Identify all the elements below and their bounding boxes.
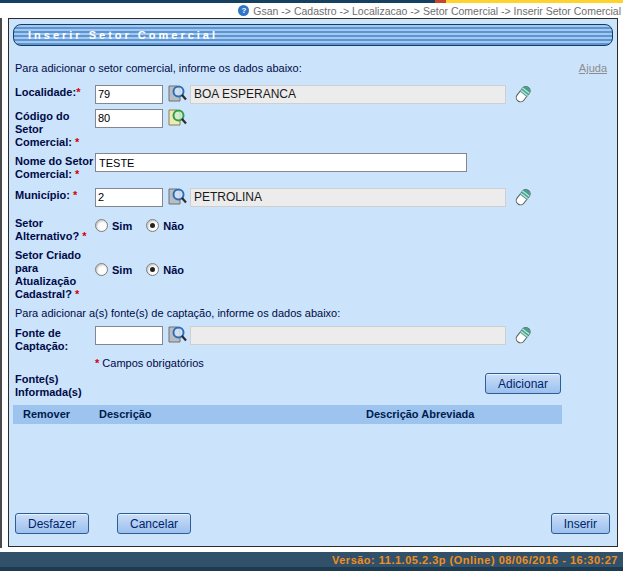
column-header-descricao-abreviada: Descrição Abreviada [356, 408, 562, 420]
version-text: Versão: 11.1.05.2.3p (Online) 08/06/2016… [332, 554, 618, 566]
setor-criado-sim-radio[interactable] [95, 263, 108, 276]
radio-label-sim: Sim [112, 264, 132, 276]
column-header-remover: Remover [13, 408, 89, 420]
breadcrumb[interactable]: ? Gsan -> Cadastro -> Localizacao -> Set… [0, 3, 623, 18]
breadcrumb-text[interactable]: Gsan -> Cadastro -> Localizacao -> Setor… [253, 5, 621, 17]
setor-alternativo-label: Setor Alternativo? * [15, 213, 95, 243]
required-asterisk: * [95, 357, 99, 369]
intro-text: Para adicionar o setor comercial, inform… [15, 62, 302, 74]
frame-border-left [0, 18, 2, 548]
search-icon[interactable] [167, 325, 188, 345]
fontes-table: Remover Descrição Descrição Abreviada [13, 405, 562, 504]
radio-label-sim: Sim [112, 220, 132, 232]
municipio-label: Município: * [15, 185, 95, 202]
search-icon[interactable] [167, 187, 188, 207]
localidade-code-input[interactable] [95, 85, 163, 104]
banner-yellow-segment [446, 0, 623, 3]
codigo-setor-label: Código do Setor Comercial: * [15, 106, 95, 149]
row-fonte-captacao: Fonte de Captação: [15, 323, 609, 353]
radio-label-nao: Não [163, 220, 184, 232]
eraser-icon[interactable] [513, 325, 533, 345]
cancelar-button[interactable]: Cancelar [117, 513, 191, 534]
row-nome-setor: Nome do Setor Comercial: * [15, 151, 609, 181]
fonte-captacao-descricao-field [190, 326, 506, 345]
setor-criado-nao-radio[interactable] [146, 263, 159, 276]
fonte-section-intro: Para adicionar a(s) fonte(s) de captação… [15, 307, 609, 319]
row-setor-alternativo: Setor Alternativo? * Sim Não [15, 213, 609, 243]
required-asterisk: * [75, 136, 79, 148]
codigo-setor-input[interactable] [95, 109, 163, 128]
nome-setor-input[interactable] [95, 153, 467, 172]
eraser-icon[interactable] [513, 187, 533, 207]
localidade-label: Localidade:* [15, 82, 95, 99]
fontes-informadas-label: Fonte(s) Informada(s) [15, 373, 95, 399]
nome-setor-label: Nome do Setor Comercial: * [15, 151, 95, 181]
required-asterisk: * [82, 230, 86, 242]
campos-obrigatorios-note: * Campos obrigatórios [95, 357, 609, 369]
required-asterisk: * [75, 288, 79, 300]
search-icon[interactable] [167, 84, 188, 104]
setor-criado-label: Setor Criado para Atualização Cadastral?… [15, 245, 95, 301]
required-asterisk: * [73, 189, 77, 201]
row-setor-criado: Setor Criado para Atualização Cadastral?… [15, 245, 609, 301]
adicionar-button[interactable]: Adicionar [485, 373, 561, 394]
fonte-captacao-label: Fonte de Captação: [15, 323, 95, 353]
version-status-bar: Versão: 11.1.05.2.3p (Online) 08/06/2016… [0, 552, 623, 571]
desfazer-button[interactable]: Desfazer [15, 513, 89, 534]
required-asterisk: * [76, 86, 80, 98]
page-title: Inserir Setor Comercial [13, 24, 613, 46]
radio-label-nao: Não [163, 264, 184, 276]
help-icon[interactable]: ? [238, 5, 249, 16]
top-banner-strip [0, 0, 623, 3]
municipio-code-input[interactable] [95, 188, 163, 207]
setor-alternativo-sim-radio[interactable] [95, 219, 108, 232]
fonte-captacao-code-input[interactable] [95, 326, 163, 345]
required-asterisk: * [75, 168, 79, 180]
localidade-descricao-field: BOA ESPERANCA [190, 85, 506, 104]
eraser-icon[interactable] [513, 84, 533, 104]
row-municipio: Município: * PETROLINA [15, 185, 609, 207]
inserir-button[interactable]: Inserir [551, 513, 610, 534]
ajuda-link[interactable]: Ajuda [579, 62, 607, 74]
municipio-descricao-field: PETROLINA [190, 188, 506, 207]
fontes-table-header: Remover Descrição Descrição Abreviada [13, 405, 562, 424]
form-panel: Inserir Setor Comercial Para adicionar o… [8, 18, 618, 547]
search-icon[interactable] [167, 108, 188, 128]
setor-alternativo-nao-radio[interactable] [146, 219, 159, 232]
row-codigo-setor: Código do Setor Comercial: * [15, 106, 609, 149]
row-localidade: Localidade:* BOA ESPERANCA [15, 82, 609, 104]
banner-red-segment [435, 0, 446, 3]
column-header-descricao: Descrição [89, 408, 356, 420]
fontes-table-body-empty [13, 424, 562, 504]
